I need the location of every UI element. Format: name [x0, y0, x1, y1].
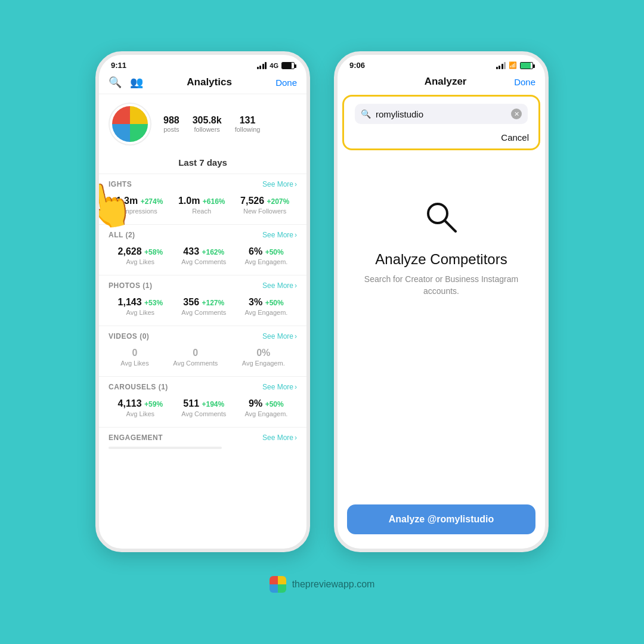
all-section: ALL (2) See More › 2,628 +58% Avg Likes … — [99, 225, 306, 275]
left-phone: 👆 9:11 4G — [95, 51, 310, 552]
people-icon[interactable]: 👥 — [130, 76, 143, 89]
carousels-title: CAROUSELS (1) — [109, 383, 168, 391]
network-label: 4G — [270, 62, 278, 69]
time-left: 9:11 — [111, 61, 126, 70]
insights-see-more[interactable]: See More › — [262, 180, 297, 188]
insights-section: IGHTS See More › 1.3m +274% Impressions … — [99, 174, 306, 225]
svg-line-1 — [445, 221, 456, 231]
wifi-icon: 📶 — [509, 61, 517, 69]
search-icon[interactable]: 🔍 — [109, 76, 122, 89]
carousels-metrics: 4,113 +59% Avg Likes 511 +194% Avg Comme… — [109, 396, 297, 421]
status-bar-left: 9:11 4G — [99, 55, 306, 73]
search-input[interactable]: romylistudio — [376, 109, 506, 119]
cancel-btn[interactable]: Cancel — [352, 129, 535, 146]
insights-metrics: 1.3m +274% Impressions 1.0m +616% Reach … — [109, 193, 297, 218]
signal-icon-right — [496, 62, 506, 69]
all-metrics: 2,628 +58% Avg Likes 433 +162% Avg Comme… — [109, 244, 297, 269]
videos-metrics: 0 Avg Likes 0 Avg Comments 0% Avg Engage… — [109, 345, 297, 370]
all-title: ALL (2) — [109, 231, 135, 239]
search-bar[interactable]: 🔍 romylistudio ✕ — [355, 104, 528, 124]
stat-posts: 988 posts — [163, 115, 179, 133]
signal-icon — [257, 62, 267, 69]
metric-reach: 1.0m +616% Reach — [178, 196, 225, 215]
analyzer-subtitle: Search for Creator or Business Instagram… — [355, 274, 527, 297]
analyzer-title: Analyze Competitors — [375, 251, 507, 268]
engagement-bar — [109, 447, 222, 449]
footer-logo — [270, 576, 286, 593]
right-phone: 9:06 📶 Analyzer — [334, 51, 549, 552]
followers-label: followers — [193, 126, 222, 133]
nav-title-left: Analytics — [187, 76, 232, 88]
all-see-more[interactable]: See More › — [262, 231, 297, 239]
videos-section: VIDEOS (0) See More › 0 Avg Likes 0 Avg … — [99, 326, 306, 377]
videos-see-more[interactable]: See More › — [262, 332, 297, 340]
videos-title: VIDEOS (0) — [109, 332, 149, 340]
footer: thepreviewapp.com — [270, 576, 375, 593]
profile-stats: 988 posts 305.8k followers 131 following — [163, 115, 260, 133]
profile-row: 988 posts 305.8k followers 131 following — [99, 94, 306, 154]
period-bar: Last 7 days — [99, 154, 306, 174]
done-btn-left[interactable]: Done — [275, 78, 297, 88]
analyzer-center: Analyze Competitors Search for Creator o… — [338, 198, 545, 297]
carousels-section: CAROUSELS (1) See More › 4,113 +59% Avg … — [99, 377, 306, 428]
footer-text: thepreviewapp.com — [292, 579, 375, 590]
insights-title: IGHTS — [109, 180, 132, 188]
status-bar-right: 9:06 📶 — [338, 55, 545, 73]
posts-count: 988 — [163, 115, 179, 126]
photos-section: PHOTOS (1) See More › 1,143 +53% Avg Lik… — [99, 275, 306, 326]
nav-left-icons: 🔍 👥 — [109, 76, 143, 89]
engagement-title: ENGAGEMENT — [109, 434, 163, 442]
nav-bar-right: Analyzer Done — [338, 73, 545, 92]
following-label: following — [235, 126, 261, 133]
photos-metrics: 1,143 +53% Avg Likes 356 +127% Avg Comme… — [109, 295, 297, 320]
posts-label: posts — [163, 126, 179, 133]
battery-icon — [281, 62, 295, 69]
big-search-icon — [422, 198, 460, 242]
metric-impressions: 1.3m +274% Impressions — [116, 196, 163, 215]
avatar[interactable] — [109, 103, 151, 145]
time-right: 9:06 — [349, 61, 365, 70]
done-btn-right[interactable]: Done — [514, 77, 535, 87]
photos-title: PHOTOS (1) — [109, 281, 152, 290]
engagement-see-more[interactable]: See More › — [262, 434, 297, 442]
search-highlight-box: 🔍 romylistudio ✕ Cancel — [342, 95, 540, 150]
metric-new-followers: 7,526 +207% New Followers — [240, 196, 289, 215]
nav-bar-left: 🔍 👥 Analytics Done — [99, 73, 306, 94]
stat-following: 131 following — [235, 115, 261, 133]
photos-see-more[interactable]: See More › — [262, 281, 297, 290]
status-icons-left: 4G — [257, 62, 295, 69]
following-count: 131 — [235, 115, 261, 126]
search-icon-right: 🔍 — [361, 109, 371, 119]
search-clear-btn[interactable]: ✕ — [511, 109, 522, 119]
status-icons-right: 📶 — [496, 61, 534, 69]
analyze-button[interactable]: Analyze @romylistudio — [347, 504, 535, 534]
stat-followers: 305.8k followers — [193, 115, 222, 133]
engagement-section: ENGAGEMENT See More › — [99, 428, 306, 455]
followers-count: 305.8k — [193, 115, 222, 126]
battery-icon-right — [520, 62, 533, 69]
carousels-see-more[interactable]: See More › — [262, 383, 297, 391]
nav-title-right: Analyzer — [425, 76, 467, 88]
